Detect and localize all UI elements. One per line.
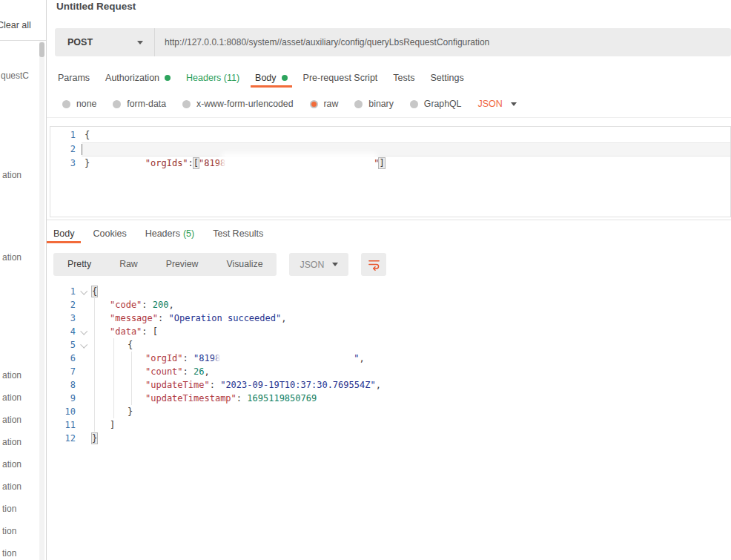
token: : <box>210 380 220 390</box>
fold-gutter <box>76 298 90 312</box>
sidebar-item[interactable]: ation <box>2 481 22 492</box>
tab-label: Cookies <box>93 228 127 239</box>
token-bracket: ] <box>110 420 115 430</box>
radio-icon <box>354 100 363 108</box>
radio-icon <box>182 100 191 108</box>
section-divider <box>47 117 731 118</box>
tab-label: Test Results <box>213 228 263 239</box>
token-bracket: [ <box>153 326 158 337</box>
sidebar-item[interactable]: ation <box>2 459 22 470</box>
sidebar-item[interactable]: ation <box>2 415 22 425</box>
fold-icon[interactable] <box>76 338 90 352</box>
clear-all-button[interactable]: Clear all <box>0 20 31 30</box>
token-key: "updateTime" <box>145 380 210 390</box>
token: : <box>183 353 194 363</box>
token: , <box>359 353 364 363</box>
sidebar-item[interactable]: tion <box>2 548 16 559</box>
response-tab-test-results[interactable]: Test Results <box>213 224 263 243</box>
response-language-dropdown[interactable]: JSON <box>289 253 348 276</box>
line-number: 7 <box>53 365 76 378</box>
mode-form-data[interactable]: form-data <box>113 99 166 109</box>
tab-label: Headers (11) <box>186 73 239 83</box>
mode-graphql[interactable]: GraphQL <box>410 99 462 109</box>
token-bracket: { <box>92 286 97 297</box>
request-body-editor[interactable]: 1 { 2 "orgIds":["8198"] 3 } <box>50 126 731 217</box>
request-tabs: Params Authorization Headers (11) Body P… <box>58 68 464 88</box>
code-line: 6 "orgId": "8198", <box>53 352 724 365</box>
token-bracket: } <box>128 406 133 417</box>
chevron-down-icon <box>511 102 517 106</box>
code-line: 1 { <box>50 128 730 142</box>
token-key: "count" <box>145 366 183 377</box>
wrap-text-icon <box>368 258 380 271</box>
code-line: 10 } <box>53 405 724 418</box>
code-line: 11 ] <box>53 418 724 432</box>
token-number: 26 <box>194 366 204 377</box>
tab-headers[interactable]: Headers (11) <box>186 68 239 88</box>
sidebar-scrollbar-track[interactable] <box>39 42 44 560</box>
redaction-blur <box>220 353 354 363</box>
fold-gutter <box>76 352 90 365</box>
fold-icon[interactable] <box>76 285 90 298</box>
tab-label: Authorization <box>105 73 159 83</box>
token: , <box>376 380 381 390</box>
tab-params[interactable]: Params <box>58 68 90 88</box>
sidebar-divider <box>0 40 46 41</box>
line-number: 8 <box>53 378 76 392</box>
line-number: 10 <box>53 405 76 418</box>
chevron-down-icon <box>137 41 143 45</box>
tab-pre-request-script[interactable]: Pre-request Script <box>303 68 378 88</box>
wrap-text-button[interactable] <box>361 253 386 276</box>
code-line: 8 "updateTime": "2023-09-19T10:37:30.769… <box>53 378 724 392</box>
code-line: 2 "code": 200, <box>53 298 724 312</box>
sidebar-item[interactable]: ation <box>2 437 22 447</box>
line-number: 12 <box>53 432 76 445</box>
tab-label: Headers <box>145 228 180 239</box>
mode-x-www-form-urlencoded[interactable]: x-www-form-urlencoded <box>182 99 294 109</box>
tab-tests[interactable]: Tests <box>393 68 414 88</box>
view-preview[interactable]: Preview <box>152 253 213 276</box>
sidebar-item[interactable]: ation <box>2 252 22 263</box>
tab-authorization[interactable]: Authorization <box>105 68 171 88</box>
response-language-label: JSON <box>300 260 324 270</box>
fold-gutter <box>76 392 90 405</box>
url-input[interactable]: http://127.0.0.1:8080/system//asset/auxi… <box>155 28 731 56</box>
sidebar-item[interactable]: questC <box>1 70 29 81</box>
sidebar-item[interactable]: ation <box>2 392 22 403</box>
mode-label: binary <box>368 99 394 109</box>
tab-body[interactable]: Body <box>255 68 288 88</box>
sidebar-scrollbar-thumb[interactable] <box>39 42 44 57</box>
method-selector[interactable]: POST <box>55 28 155 56</box>
request-title: Untitled Request <box>56 1 136 12</box>
mode-raw[interactable]: raw <box>310 99 339 109</box>
sidebar-item[interactable]: ation <box>2 170 22 180</box>
mode-label: GraphQL <box>424 99 462 109</box>
tab-label: Body <box>53 228 75 239</box>
chevron-down-icon <box>332 263 338 266</box>
mode-binary[interactable]: binary <box>354 99 394 109</box>
radio-icon <box>410 100 418 108</box>
section-divider <box>47 220 731 220</box>
line-number: 1 <box>53 285 76 298</box>
token-key: "data" <box>110 326 142 337</box>
code-line: 3 "message": "Operation succeeded", <box>53 312 724 325</box>
line-number: 1 <box>50 128 82 142</box>
raw-language-dropdown[interactable]: JSON <box>477 99 516 109</box>
token: : <box>142 300 152 310</box>
sidebar-item[interactable]: ation <box>2 370 22 381</box>
view-raw[interactable]: Raw <box>105 253 152 276</box>
sidebar-item[interactable]: tion <box>2 526 16 536</box>
tab-label: Body <box>255 73 277 83</box>
tab-settings[interactable]: Settings <box>431 68 464 88</box>
mode-none[interactable]: none <box>62 99 96 109</box>
sidebar-item[interactable]: tion <box>2 504 16 514</box>
tab-label: Pre-request Script <box>303 73 378 83</box>
response-tab-headers[interactable]: Headers(5) <box>145 224 195 243</box>
response-tab-body[interactable]: Body <box>53 224 75 243</box>
token: : <box>183 366 194 377</box>
view-visualize[interactable]: Visualize <box>212 253 277 276</box>
response-tab-cookies[interactable]: Cookies <box>93 224 127 243</box>
view-pretty[interactable]: Pretty <box>53 253 105 276</box>
fold-icon[interactable] <box>76 325 90 338</box>
line-number: 5 <box>53 338 76 352</box>
